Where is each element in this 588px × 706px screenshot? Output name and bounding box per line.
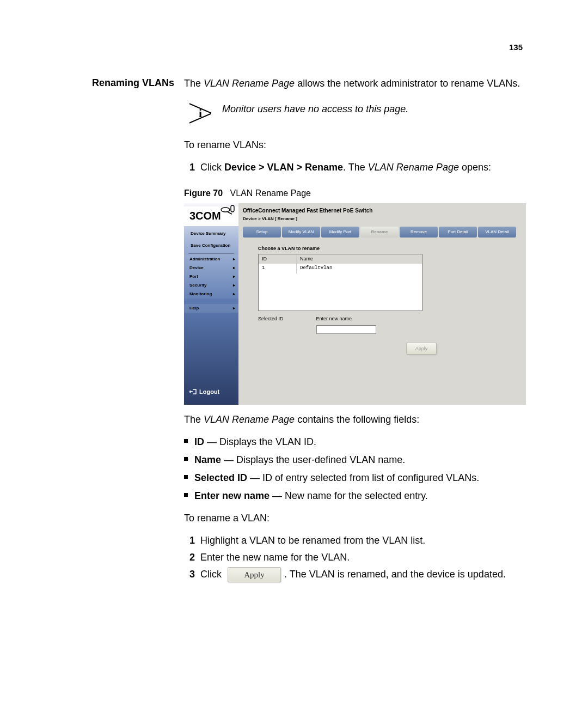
field-label: ID (194, 436, 204, 447)
chevron-right-icon: ▸ (233, 265, 235, 271)
breadcrumb: Device > VLAN [ Rename ] (243, 216, 522, 224)
step3-post: . The VLAN is renamed, and the device is… (284, 569, 506, 580)
sidebar-item-monitoring[interactable]: Monitoring▸ (184, 290, 238, 299)
screenshot-content: OfficeConnect Managed Fast Ethernet PoE … (238, 203, 526, 405)
step-1: 1 Click Device > VLAN > Rename. The VLAN… (184, 160, 528, 175)
selected-id-label: Selected ID (258, 315, 284, 323)
cell-name: DefaultVlan (297, 264, 422, 273)
note-text: Monitor users have no access to this pag… (222, 101, 528, 117)
procedure-list-2: 1 Highlight a VLAN to be renamed from th… (184, 533, 528, 582)
bullet-icon (184, 475, 188, 479)
tab-remove[interactable]: Remove (400, 227, 438, 238)
table-row[interactable]: 1 DefaultVlan (259, 264, 422, 273)
step-text: Highlight a VLAN to be renamed from the … (200, 533, 528, 548)
step-number: 1 (184, 533, 195, 548)
logout-icon (189, 388, 197, 395)
apply-button-inline[interactable]: Apply (228, 567, 281, 582)
to-rename-a-vlan: To rename a VLAN: (184, 511, 528, 526)
apply-button[interactable]: Apply (406, 343, 437, 355)
svg-point-2 (221, 208, 230, 212)
bullet-icon (184, 493, 188, 497)
procedure-list-1: 1 Click Device > VLAN > Rename. The VLAN… (184, 160, 528, 175)
step3-pre: Click (200, 569, 224, 580)
inputs-row: Selected ID Enter new name (258, 315, 522, 334)
field-list: ID — Displays the VLAN ID. Name — Displa… (184, 435, 528, 503)
logout-label: Logout (199, 387, 219, 397)
panel-title: Choose a VLAN to rename (243, 243, 522, 254)
step-number: 3 (184, 567, 195, 582)
sidebar-item-administration[interactable]: Administration▸ (184, 255, 238, 264)
new-name-input[interactable] (316, 325, 376, 334)
step-1b: 1 Highlight a VLAN to be renamed from th… (184, 533, 528, 548)
field-desc: — Displays the VLAN ID. (204, 436, 316, 447)
field-label: Enter new name (194, 490, 270, 501)
chevron-right-icon: ▸ (233, 282, 235, 289)
tab-port-detail[interactable]: Port Detail (439, 227, 477, 238)
intro-prefix: The (184, 78, 204, 89)
tab-rename[interactable]: Rename (360, 227, 399, 238)
list-item: Enter new name — New name for the select… (184, 489, 528, 503)
screenshot-title: OfficeConnect Managed Fast Ethernet PoE … (243, 205, 522, 216)
intro-pagename: VLAN Rename Page (204, 78, 295, 89)
screenshot-figure: 3COM Device Summary Save Configuration A… (184, 203, 526, 405)
field-desc: — Displays the user-defined VLAN name. (221, 454, 405, 465)
chevron-right-icon: ▸ (233, 291, 235, 297)
col-id: ID (259, 254, 297, 264)
figure-caption-text: VLAN Rename Page (230, 188, 311, 198)
chevron-right-icon: ▸ (233, 305, 235, 312)
step-number: 2 (184, 550, 195, 565)
figure-label: Figure 70 (184, 188, 223, 198)
step1-pre: Click (200, 162, 224, 173)
screenshot-sidebar: 3COM Device Summary Save Configuration A… (184, 203, 238, 405)
figure-caption: Figure 70 VLAN Rename Page (184, 187, 528, 200)
fields-intro: The VLAN Rename Page contains the follow… (184, 412, 528, 427)
cell-id: 1 (259, 264, 297, 273)
info-icon: i (184, 101, 222, 130)
field-label: Name (194, 454, 221, 465)
fields-intro-pre: The (184, 414, 204, 425)
list-item: Selected ID — ID of entry selected from … (184, 471, 528, 485)
page: 135 Renaming VLANs The VLAN Rename Page … (0, 0, 588, 706)
tab-modify-port[interactable]: Modify Port (321, 227, 359, 238)
intro-paragraph: The VLAN Rename Page allows the network … (184, 76, 528, 91)
section-heading: Renaming VLANs (76, 76, 184, 90)
new-name-group: Enter new name (316, 315, 376, 334)
sidebar-item-help[interactable]: Help▸ (184, 304, 238, 313)
note-row: i Monitor users have no access to this p… (184, 101, 528, 130)
tabs: Setup Modify VLAN Modify Port Rename Rem… (243, 227, 522, 238)
page-number: 135 (509, 42, 523, 52)
sidebar-item-device[interactable]: Device▸ (184, 264, 238, 272)
table-header: ID Name (259, 254, 422, 264)
to-rename-title: To rename VLANs: (184, 138, 528, 153)
new-name-label: Enter new name (316, 315, 376, 323)
field-label: Selected ID (194, 472, 247, 483)
fields-intro-name: VLAN Rename Page (204, 414, 295, 425)
sidebar-link-device-summary[interactable]: Device Summary (188, 229, 234, 238)
logout-button[interactable]: Logout (189, 387, 219, 397)
step1-post: opens: (459, 162, 491, 173)
bullet-icon (184, 439, 188, 443)
step1-pagename: VLAN Rename Page (368, 162, 459, 173)
sidebar-divider (188, 253, 234, 254)
field-desc: — New name for the selected entry. (270, 490, 428, 501)
tab-modify-vlan[interactable]: Modify VLAN (282, 227, 320, 238)
sidebar-item-security[interactable]: Security▸ (184, 281, 238, 290)
svg-line-3 (228, 212, 232, 214)
table-body[interactable]: 1 DefaultVlan (259, 264, 422, 311)
step1-mid: . The (343, 162, 368, 173)
step-text: Enter the new name for the VLAN. (200, 550, 528, 565)
tab-vlan-detail[interactable]: VLAN Detail (478, 227, 516, 238)
step-number: 1 (184, 160, 195, 175)
fields-intro-post: contains the following fields: (295, 414, 419, 425)
tab-setup[interactable]: Setup (243, 227, 281, 238)
bullet-icon (184, 457, 188, 461)
vlan-table: ID Name 1 DefaultVlan (258, 254, 422, 312)
chevron-right-icon: ▸ (233, 273, 235, 280)
sidebar-item-port[interactable]: Port▸ (184, 272, 238, 281)
sidebar-link-save-config[interactable]: Save Configuration (188, 241, 234, 250)
list-item: ID — Displays the VLAN ID. (184, 435, 528, 449)
field-desc: — ID of entry selected from list of conf… (247, 472, 479, 483)
body-column: The VLAN Rename Page allows the network … (184, 76, 528, 586)
step1-path: Device > VLAN > Rename (224, 162, 343, 173)
list-item: Name — Displays the user-defined VLAN na… (184, 453, 528, 467)
